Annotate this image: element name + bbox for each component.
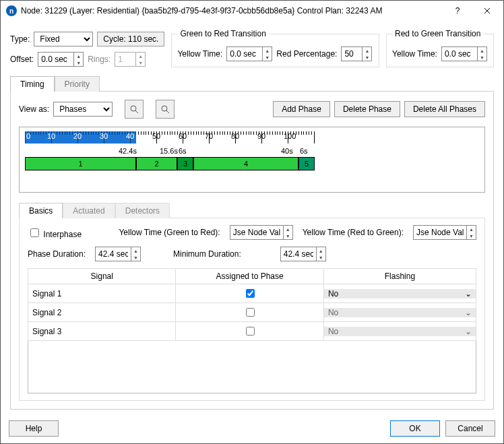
svg-point-0 [131, 106, 136, 111]
phase-segment[interactable]: 1 [25, 157, 136, 170]
offset-label: Offset: [10, 55, 34, 64]
ok-button[interactable]: OK [390, 420, 440, 437]
offset-input[interactable] [38, 53, 73, 66]
signal-name-cell: Signal 3 [28, 322, 176, 341]
type-select[interactable]: Fixed [34, 32, 93, 46]
viewas-select[interactable]: Phases [53, 102, 113, 117]
chevron-down-icon: ⌄ [465, 289, 472, 298]
phase-duration-label: 6s [179, 147, 187, 155]
g2r-yellow-input[interactable] [227, 47, 262, 61]
zoom-in-button[interactable] [125, 100, 144, 119]
phase-bar[interactable]: 142.4s215.6s36s440s56s [25, 157, 479, 181]
col-flashing: Flashing [323, 269, 476, 284]
signal-name-cell: Signal 1 [28, 284, 176, 303]
flashing-select: No⌄ [324, 308, 476, 317]
r2g-yellow-spinner[interactable]: ▲▼ [441, 46, 487, 61]
r2g-legend: Red to Green Transition [392, 29, 483, 38]
phase-duration-label: 15.6s [160, 147, 178, 155]
g2r-redpct-label: Red Percentage: [276, 49, 337, 59]
green-to-red-group: Green to Red Transition Yellow Time: ▲▼ … [171, 29, 379, 67]
cancel-button[interactable]: Cancel [445, 420, 495, 437]
phase-duration-label: Phase Duration: [28, 249, 86, 259]
cycle-button[interactable]: Cycle: 110 sec. [97, 32, 164, 46]
titlebar: n Node: 31229 (Layer: Residential) {baa5… [1, 1, 503, 21]
g2r-redpct-spinner[interactable]: ▲▼ [341, 46, 372, 61]
delete-all-phases-button[interactable]: Delete All Phases [404, 101, 485, 117]
phase-segment[interactable]: 4 [193, 157, 298, 170]
flashing-select[interactable]: No⌄ [324, 289, 476, 298]
tab-timing[interactable]: Timing [10, 76, 55, 92]
app-icon: n [6, 5, 17, 16]
yt-rg-label: Yellow Time (Red to Green): [303, 228, 404, 237]
g2r-redpct-input[interactable] [342, 47, 362, 61]
min-duration-input[interactable] [281, 247, 316, 261]
subtab-basics[interactable]: Basics [19, 203, 63, 218]
timeline: 1020304050607080901000 142.4s215.6s36s44… [19, 127, 485, 193]
rings-input [115, 53, 135, 66]
svg-line-3 [166, 110, 169, 113]
flashing-select: No⌄ [324, 327, 476, 336]
g2r-legend: Green to Red Transition [177, 29, 268, 38]
g2r-yellow-label: Yellow Time: [177, 49, 222, 59]
close-button[interactable] [472, 1, 502, 21]
table-row[interactable]: Signal 3No⌄ [28, 322, 476, 341]
phase-duration-spinner[interactable]: ▲▼ [95, 247, 141, 261]
subtab-actuated[interactable]: Actuated [63, 203, 115, 218]
r2g-yellow-label: Yellow Time: [392, 49, 437, 59]
phase-duration-label: 42.4s [119, 147, 137, 155]
interphase-checkbox-label[interactable]: Interphase [28, 226, 82, 239]
phase-duration-input[interactable] [96, 247, 131, 261]
assigned-checkbox[interactable] [246, 289, 255, 298]
subtab-detectors[interactable]: Detectors [115, 203, 170, 218]
g2r-yellow-spinner[interactable]: ▲▼ [226, 46, 272, 61]
delete-phase-button[interactable]: Delete Phase [334, 101, 400, 117]
col-assigned: Assigned to Phase [176, 269, 323, 284]
zoom-out-button[interactable] [156, 100, 175, 119]
svg-point-2 [162, 106, 167, 111]
add-phase-button[interactable]: Add Phase [273, 101, 330, 117]
min-duration-spinner[interactable]: ▲▼ [280, 247, 326, 261]
yt-gr-spinner[interactable]: ▲▼ [230, 225, 293, 240]
signal-name-cell: Signal 2 [28, 303, 176, 322]
yt-rg-spinner[interactable]: ▲▼ [413, 225, 476, 240]
r2g-yellow-input[interactable] [442, 47, 477, 61]
magnifier-icon [160, 104, 170, 114]
phase-segment[interactable]: 3 [177, 157, 193, 170]
yt-rg-input[interactable] [414, 226, 466, 239]
phase-duration-label: 40s [281, 147, 293, 155]
table-row[interactable]: Signal 2No⌄ [28, 303, 476, 322]
signal-table: Signal Assigned to Phase Flashing Signal… [28, 268, 476, 341]
magnifier-icon [129, 104, 139, 114]
tab-priority[interactable]: Priority [55, 76, 100, 92]
assigned-checkbox[interactable] [246, 327, 255, 336]
min-duration-label: Minimum Duration: [173, 249, 241, 259]
yt-gr-input[interactable] [230, 226, 283, 239]
rings-label: Rings: [88, 55, 111, 64]
timeline-ruler[interactable]: 1020304050607080901000 [25, 131, 479, 144]
phase-segment[interactable]: 2 [136, 157, 177, 170]
yt-gr-label: Yellow Time (Green to Red): [119, 228, 220, 237]
col-signal: Signal [28, 269, 176, 284]
help-button[interactable]: Help [9, 420, 59, 437]
red-to-green-group: Red to Green Transition Yellow Time: ▲▼ [386, 29, 494, 67]
chevron-down-icon: ⌄ [465, 308, 472, 317]
help-titlebar-button[interactable]: ? [443, 1, 472, 21]
phase-duration-label: 6s [300, 147, 308, 155]
viewas-label: View as: [19, 104, 49, 114]
window-title: Node: 31229 (Layer: Residential) {baa5b2… [21, 6, 443, 15]
offset-spinner[interactable]: ▲▼ [38, 52, 84, 67]
assigned-checkbox[interactable] [246, 308, 255, 317]
rings-spinner: ▲▼ [115, 52, 146, 67]
type-label: Type: [10, 34, 30, 44]
chevron-down-icon: ⌄ [465, 327, 472, 336]
table-row[interactable]: Signal 1No⌄ [28, 284, 476, 303]
interphase-checkbox[interactable] [30, 228, 39, 237]
svg-line-1 [135, 110, 138, 113]
interphase-text: Interphase [43, 230, 82, 239]
phase-segment[interactable]: 5 [298, 157, 315, 170]
